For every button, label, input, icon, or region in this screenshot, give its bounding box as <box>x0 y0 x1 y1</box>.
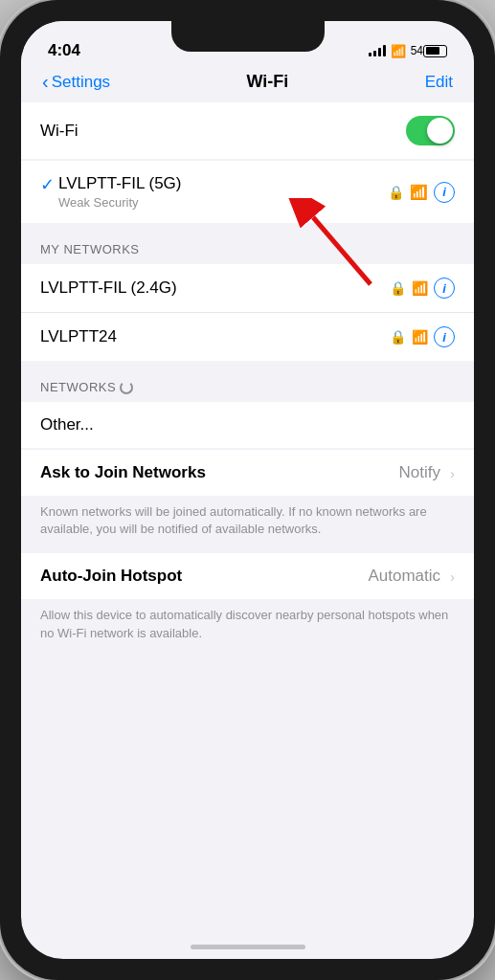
auto-join-row[interactable]: Auto-Join Hotspot Automatic › <box>21 553 474 599</box>
battery-fill <box>426 47 439 55</box>
wifi-toggle[interactable] <box>406 116 455 145</box>
wifi-toggle-row: Wi-Fi <box>21 102 474 159</box>
ask-join-value: Notify <box>399 463 440 482</box>
status-time: 4:04 <box>48 41 80 60</box>
ask-join-row[interactable]: Ask to Join Networks Notify › <box>21 450 474 496</box>
wifi-status-icon: 📶 <box>391 44 406 58</box>
connected-network-sublabel: Weak Security <box>58 195 181 210</box>
auto-join-value: Automatic <box>368 567 440 586</box>
wifi-icon-1: 📶 <box>412 329 428 345</box>
network-right-1: 🔒 📶 i <box>390 326 455 347</box>
edit-button[interactable]: Edit <box>425 73 453 92</box>
notch <box>171 21 325 52</box>
networks-card: Other... <box>21 402 474 448</box>
signal-bar-2 <box>373 51 376 56</box>
phone-frame: 4:04 📶 54 <box>0 0 495 980</box>
network-row-0[interactable]: LVLPTT-FIL (2.4G) 🔒 📶 i <box>21 264 474 313</box>
connected-network-left: ✓ LVLPTT-FIL (5G) Weak Security <box>40 174 181 210</box>
auto-join-label: Auto-Join Hotspot <box>40 567 182 586</box>
checkmark-icon: ✓ <box>40 174 55 195</box>
info-button-1[interactable]: i <box>434 326 455 347</box>
battery-percent: 54 <box>411 44 423 57</box>
my-networks-header: MY NETWORKS <box>21 223 474 264</box>
back-label: Settings <box>52 73 110 92</box>
back-button[interactable]: ‹ Settings <box>42 71 110 93</box>
ask-join-desc: Known networks will be joined automatica… <box>21 496 474 551</box>
wifi-signal-icon: 📶 <box>410 184 428 201</box>
connected-network-info: LVLPTT-FIL (5G) Weak Security <box>58 174 181 210</box>
auto-join-card: Auto-Join Hotspot Automatic › <box>21 553 474 599</box>
ask-join-right: Notify › <box>399 463 455 482</box>
home-indicator <box>191 945 305 949</box>
wifi-toggle-label: Wi-Fi <box>40 122 79 141</box>
networks-header-row: NETWORKS <box>21 361 474 402</box>
network-name-1: LVLPTT24 <box>40 327 117 346</box>
auto-join-desc: Allow this device to automatically disco… <box>21 599 474 655</box>
info-button-0[interactable]: i <box>434 278 455 299</box>
signal-bar-1 <box>369 53 371 56</box>
nav-bar: ‹ Settings Wi-Fi Edit <box>21 67 474 102</box>
signal-bar-4 <box>383 45 386 56</box>
other-network-row[interactable]: Other... <box>21 402 474 448</box>
lock-icon-0: 🔒 <box>390 280 406 296</box>
phone-screen: 4:04 📶 54 <box>21 21 474 959</box>
info-button-connected[interactable]: i <box>434 182 455 203</box>
auto-join-section: Auto-Join Hotspot Automatic › Allow this… <box>21 553 474 655</box>
lock-icon: 🔒 <box>388 185 404 200</box>
network-row-1[interactable]: LVLPTT24 🔒 📶 i <box>21 313 474 361</box>
page-title: Wi-Fi <box>246 72 288 92</box>
wifi-icon-0: 📶 <box>412 280 428 296</box>
lock-icon-1: 🔒 <box>390 329 406 345</box>
signal-bar-3 <box>378 48 381 56</box>
ask-join-label: Ask to Join Networks <box>40 463 206 482</box>
chevron-right-icon-auto: › <box>450 568 455 585</box>
toggle-knob <box>427 118 453 144</box>
wifi-toggle-card: Wi-Fi <box>21 102 474 159</box>
networks-header: NETWORKS <box>40 380 116 394</box>
chevron-right-icon-ask: › <box>450 465 455 481</box>
ask-join-card: Ask to Join Networks Notify › <box>21 450 474 496</box>
status-icons: 📶 54 <box>369 44 447 58</box>
other-label: Other... <box>40 415 94 434</box>
connected-network-row[interactable]: ✓ LVLPTT-FIL (5G) Weak Security 🔒 📶 i <box>21 161 474 223</box>
signal-bars-icon <box>369 45 386 56</box>
auto-join-right: Automatic › <box>368 567 455 586</box>
connected-network-card: ✓ LVLPTT-FIL (5G) Weak Security 🔒 📶 i <box>21 161 474 223</box>
battery-icon: 54 <box>411 44 447 57</box>
my-networks-card: LVLPTT-FIL (2.4G) 🔒 📶 i LVLPTT24 🔒 📶 i <box>21 264 474 361</box>
network-name-0: LVLPTT-FIL (2.4G) <box>40 278 177 298</box>
chevron-left-icon: ‹ <box>42 71 49 93</box>
loading-spinner-icon <box>120 381 133 394</box>
connected-network-right: 🔒 📶 i <box>388 182 455 203</box>
network-right-0: 🔒 📶 i <box>390 278 455 299</box>
ask-join-section: Ask to Join Networks Notify › Known netw… <box>21 450 474 551</box>
battery-body <box>423 45 447 57</box>
connected-network-name: LVLPTT-FIL (5G) <box>58 174 181 193</box>
